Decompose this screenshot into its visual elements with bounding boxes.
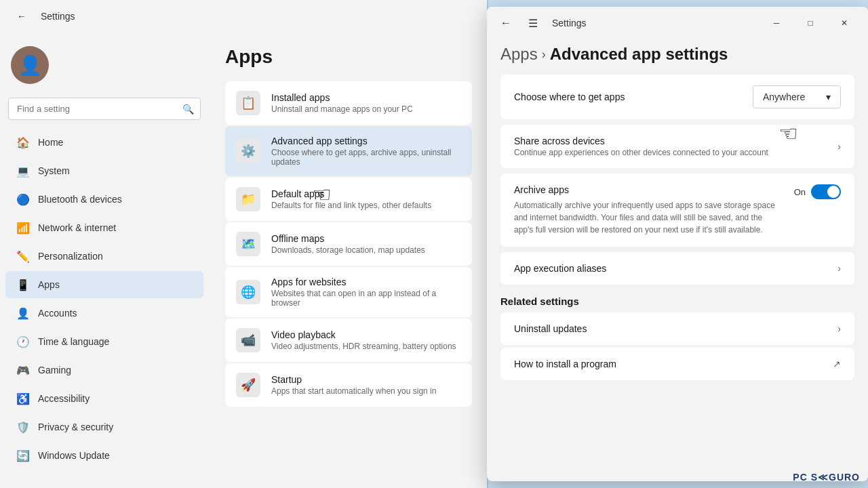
settings-item-startup[interactable]: 🚀 Startup Apps that start automatically … [225,363,472,407]
default-apps-desc: Defaults for file and link types, other … [271,201,461,210]
sidebar-item-gaming[interactable]: 🎮 Gaming [5,357,203,384]
sidebar-item-personalization[interactable]: ✏️ Personalization [5,243,203,270]
advanced-apps-icon: ⚙️ [236,139,260,163]
anywhere-dropdown[interactable]: Anywhere ▾ [753,85,841,108]
sidebar-item-system[interactable]: 💻 System [5,157,203,184]
minimize-button[interactable]: ─ [761,12,792,34]
sidebar-item-privacy[interactable]: 🛡️ Privacy & security [5,413,203,441]
related-settings-title: Related settings [500,296,854,307]
installed-apps-text: Installed apps Uninstall and manage apps… [271,92,461,114]
page-title: Apps [225,46,472,68]
apps-websites-icon: 🌐 [236,280,260,304]
apps-websites-name: Apps for websites [271,277,461,287]
offline-maps-icon: 🗺️ [236,232,260,256]
app-execution-section[interactable]: App execution aliases › [500,252,854,285]
apps-icon: 📱 [16,278,30,291]
external-link-icon: ↗ [833,359,841,369]
breadcrumb: Apps › Advanced app settings [487,39,868,75]
close-button[interactable]: ✕ [829,12,860,34]
watermark: PC S≪GURO [793,472,860,483]
left-titlebar: ← Settings [0,0,488,33]
sidebar-item-system-label: System [38,165,70,176]
settings-item-websites[interactable]: 🌐 Apps for websites Websites that can op… [225,267,472,317]
archive-toggle-label: On [794,187,806,197]
video-playback-name: Video playback [271,329,461,340]
sidebar-item-bluetooth-label: Bluetooth & devices [38,194,122,205]
sidebar-item-apps[interactable]: 📱 Apps [5,271,203,298]
sidebar-item-accounts-label: Accounts [38,308,77,319]
video-playback-icon: 📹 [236,328,260,352]
advanced-apps-text: Advanced app settings Choose where to ge… [271,136,461,167]
sidebar-item-network[interactable]: 📶 Network & internet [5,214,203,241]
archive-toggle[interactable] [811,184,841,199]
share-across-desc: Continue app experiences on other device… [514,148,837,157]
installed-apps-desc: Uninstall and manage apps on your PC [271,104,461,114]
choose-where-label: Choose where to get apps [514,92,625,102]
right-menu-button[interactable]: ☰ [522,12,544,34]
uninstall-updates-item[interactable]: Uninstall updates › [500,312,854,345]
accessibility-icon: ♿ [16,392,30,405]
dropdown-chevron-icon: ▾ [826,92,831,102]
personalization-icon: ✏️ [16,249,30,263]
maximize-button[interactable]: □ [795,12,826,34]
update-icon: 🔄 [16,449,30,462]
settings-item-default[interactable]: 📁 Default apps Defaults for file and lin… [225,178,472,221]
share-across-title: Share across devices [514,136,837,146]
app-execution-chevron-icon: › [837,263,841,274]
settings-item-advanced[interactable]: ⚙️ Advanced app settings Choose where to… [225,126,472,176]
archive-apps-section: Archive apps Automatically archive your … [500,174,854,247]
app-execution-label: App execution aliases [514,263,606,274]
sidebar-item-personalization-label: Personalization [38,251,103,262]
search-icon: 🔍 [182,104,194,115]
video-playback-desc: Video adjustments, HDR streaming, batter… [271,342,461,351]
left-settings-window: ← Settings 👤 🔍 🏠 Home 💻 System 🔵 [0,0,488,488]
share-across-section[interactable]: Share across devices Continue app experi… [500,125,854,168]
dropdown-value: Anywhere [763,92,805,102]
user-profile: 👤 [0,38,209,98]
sidebar-item-network-label: Network & internet [38,222,116,233]
install-program-item[interactable]: How to install a program ↗ [500,348,854,380]
sidebar-item-home-label: Home [38,137,63,148]
system-icon: 💻 [16,164,30,178]
install-program-label: How to install a program [514,359,616,369]
apps-websites-desc: Websites that can open in an app instead… [271,289,461,308]
gaming-icon: 🎮 [16,363,30,377]
offline-maps-name: Offline maps [271,233,461,244]
settings-item-offline[interactable]: 🗺️ Offline maps Downloads, storage locat… [225,222,472,266]
sidebar-item-accessibility[interactable]: ♿ Accessibility [5,385,203,412]
right-back-button[interactable]: ← [495,12,517,34]
accounts-icon: 👤 [16,306,30,320]
bluetooth-icon: 🔵 [16,192,30,206]
time-icon: 🕐 [16,335,30,348]
settings-item-video[interactable]: 📹 Video playback Video adjustments, HDR … [225,319,472,362]
back-button[interactable]: ← [11,5,33,27]
privacy-icon: 🛡️ [16,420,30,434]
share-across-chevron-icon: › [837,141,841,152]
sidebar-item-privacy-label: Privacy & security [38,422,113,432]
sidebar-item-bluetooth[interactable]: 🔵 Bluetooth & devices [5,186,203,213]
left-window-title: Settings [41,11,75,22]
sidebar-item-accounts[interactable]: 👤 Accounts [5,300,203,327]
search-input[interactable] [8,98,201,120]
right-content: Choose where to get apps Anywhere ▾ Shar… [487,75,868,481]
archive-toggle-container: On [794,184,841,199]
startup-icon: 🚀 [236,373,260,397]
sidebar-item-update[interactable]: 🔄 Windows Update [5,442,203,469]
right-titlebar: ← ☰ Settings ─ □ ✕ [487,7,868,39]
network-icon: 📶 [16,221,30,235]
settings-list: 📋 Installed apps Uninstall and manage ap… [225,81,472,407]
advanced-apps-name: Advanced app settings [271,136,461,146]
sidebar-item-home[interactable]: 🏠 Home [5,129,203,156]
settings-item-installed[interactable]: 📋 Installed apps Uninstall and manage ap… [225,81,472,125]
breadcrumb-current: Advanced app settings [550,45,728,64]
archive-apps-desc: Automatically archive your infrequently … [514,199,783,236]
sidebar-item-apps-label: Apps [38,279,60,290]
uninstall-updates-label: Uninstall updates [514,323,587,334]
apps-websites-text: Apps for websites Websites that can open… [271,277,461,308]
left-content: 👤 🔍 🏠 Home 💻 System 🔵 Bluetooth & device… [0,33,488,488]
search-box: 🔍 [8,98,201,120]
main-content: Apps 📋 Installed apps Uninstall and mana… [209,33,488,488]
sidebar-item-time[interactable]: 🕐 Time & language [5,328,203,355]
avatar: 👤 [11,46,49,84]
startup-name: Startup [271,374,461,385]
